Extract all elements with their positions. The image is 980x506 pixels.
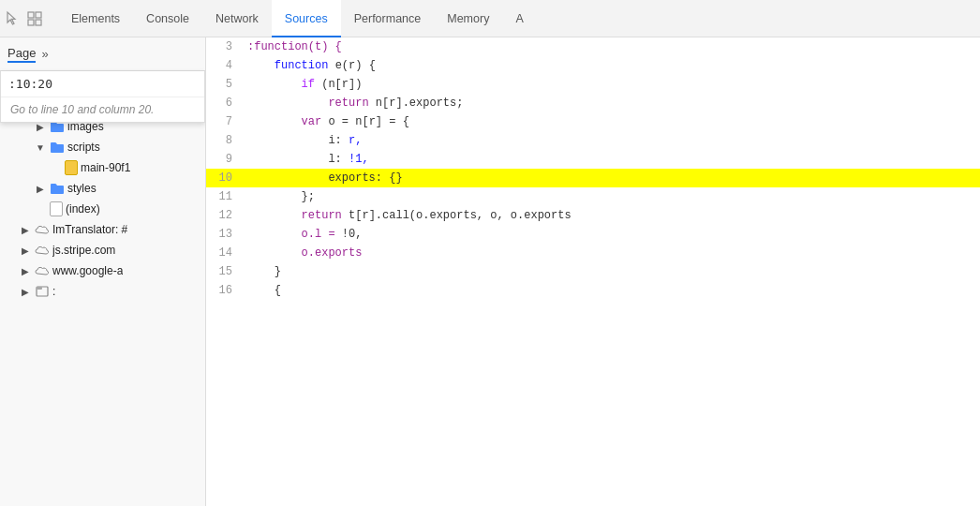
code-editor[interactable]: 3 :function(t) { 4 function e(r) { 5 if … bbox=[206, 37, 980, 506]
code-line-12: 12 return t[r].call(o.exports, o, o.expo… bbox=[206, 206, 980, 225]
arrow-scripts bbox=[34, 141, 47, 154]
line-content-6: return n[r].exports; bbox=[244, 94, 980, 112]
line-num-6: 6 bbox=[206, 94, 244, 112]
code-line-7: 7 var o = n[r] = { bbox=[206, 112, 980, 131]
line-content-7: var o = n[r] = { bbox=[244, 112, 980, 131]
line-num-12: 12 bbox=[206, 206, 244, 225]
line-content-14: o.exports bbox=[244, 244, 980, 262]
code-line-8: 8 i: r, bbox=[206, 131, 980, 150]
code-line-3: 3 :function(t) { bbox=[206, 37, 980, 56]
tab-memory[interactable]: Memory bbox=[434, 0, 502, 37]
devtools-icons bbox=[4, 10, 43, 27]
line-num-4: 4 bbox=[206, 56, 244, 75]
line-content-3: :function(t) { bbox=[244, 37, 980, 56]
more-button[interactable]: » bbox=[41, 47, 48, 61]
line-num-9: 9 bbox=[206, 150, 244, 169]
arrow-styles bbox=[34, 182, 47, 195]
code-line-10: 10 exports: {} bbox=[206, 169, 980, 187]
file-icon-main90f1 bbox=[65, 160, 78, 175]
tab-elements[interactable]: Elements bbox=[58, 0, 133, 37]
tab-console[interactable]: Console bbox=[133, 0, 202, 37]
tree-label-colon: : bbox=[52, 285, 55, 298]
left-panel: Page » Go to line 10 and column 20. top bbox=[0, 37, 206, 506]
main-layout: Page » Go to line 10 and column 20. top bbox=[0, 37, 980, 506]
line-content-11: }; bbox=[244, 187, 980, 206]
tab-sources[interactable]: Sources bbox=[272, 0, 341, 37]
arrow-colon bbox=[19, 285, 32, 298]
tab-more[interactable]: A bbox=[502, 0, 536, 37]
cloud-icon-jsstripe bbox=[35, 243, 50, 258]
line-content-8: i: r, bbox=[244, 131, 980, 150]
cursor-icon[interactable] bbox=[4, 10, 21, 27]
code-line-16: 16 { bbox=[206, 281, 980, 300]
line-num-11: 11 bbox=[206, 187, 244, 206]
tree-item-index[interactable]: (index) bbox=[0, 199, 205, 219]
code-line-4: 4 function e(r) { bbox=[206, 56, 980, 75]
code-line-11: 11 }; bbox=[206, 187, 980, 206]
arrow-imtranslator bbox=[19, 223, 32, 236]
search-overlay: Go to line 10 and column 20. bbox=[0, 71, 205, 123]
code-line-13: 13 o.l = !0, bbox=[206, 225, 980, 244]
line-num-16: 16 bbox=[206, 281, 244, 300]
inspect-icon[interactable] bbox=[26, 10, 43, 27]
code-line-5: 5 if (n[r]) bbox=[206, 75, 980, 94]
tree-label-scripts: scripts bbox=[67, 141, 100, 154]
line-content-10: exports: {} bbox=[244, 169, 980, 187]
tree-label-imtranslator: ImTranslator: # bbox=[52, 223, 127, 236]
line-content-5: if (n[r]) bbox=[244, 75, 980, 94]
code-line-9: 9 l: !1, bbox=[206, 150, 980, 169]
line-content-16: { bbox=[244, 281, 980, 300]
goto-input[interactable] bbox=[8, 77, 197, 91]
tree-item-main90f1[interactable]: main-90f1 bbox=[0, 157, 205, 178]
tree-label-main90f1: main-90f1 bbox=[81, 161, 130, 174]
tree-item-jsstripe[interactable]: js.stripe.com bbox=[0, 240, 205, 260]
svg-rect-1 bbox=[36, 12, 41, 18]
line-num-15: 15 bbox=[206, 262, 244, 281]
tree-item-imtranslator[interactable]: ImTranslator: # bbox=[0, 219, 205, 240]
file-icon-index bbox=[50, 201, 63, 216]
line-content-4: function e(r) { bbox=[244, 56, 980, 75]
line-num-13: 13 bbox=[206, 225, 244, 244]
line-num-7: 7 bbox=[206, 112, 244, 131]
tree-item-colon[interactable]: : bbox=[0, 281, 205, 302]
tree-item-styles[interactable]: styles bbox=[0, 178, 205, 199]
folder-icon-scripts bbox=[50, 140, 65, 155]
tab-performance[interactable]: Performance bbox=[341, 0, 435, 37]
folder-icon-styles bbox=[50, 181, 65, 196]
svg-rect-2 bbox=[28, 20, 34, 25]
line-num-5: 5 bbox=[206, 75, 244, 94]
frame-icon-colon bbox=[35, 284, 50, 299]
tab-network[interactable]: Network bbox=[202, 0, 272, 37]
line-content-12: return t[r].call(o.exports, o, o.exports bbox=[244, 206, 980, 225]
line-content-15: } bbox=[244, 262, 980, 281]
top-tabbar: Elements Console Network Sources Perform… bbox=[0, 0, 980, 37]
line-num-10: 10 bbox=[206, 169, 244, 187]
svg-rect-7 bbox=[37, 287, 42, 290]
line-content-9: l: !1, bbox=[244, 150, 980, 169]
line-content-13: o.l = !0, bbox=[244, 225, 980, 244]
tree-item-googlea[interactable]: www.google-a bbox=[0, 260, 205, 281]
tree-label-index: (index) bbox=[66, 202, 100, 216]
code-line-15: 15 } bbox=[206, 262, 980, 281]
tree-label-googlea: www.google-a bbox=[52, 264, 123, 277]
arrow-jsstripe bbox=[19, 244, 32, 257]
arrow-googlea bbox=[19, 264, 32, 277]
svg-rect-0 bbox=[28, 12, 34, 18]
code-line-14: 14 o.exports bbox=[206, 244, 980, 262]
tree-label-jsstripe: js.stripe.com bbox=[52, 244, 115, 257]
code-line-6: 6 return n[r].exports; bbox=[206, 94, 980, 112]
line-num-3: 3 bbox=[206, 37, 244, 56]
line-num-8: 8 bbox=[206, 131, 244, 150]
tree-item-scripts[interactable]: scripts bbox=[0, 137, 205, 157]
file-tree: top tinyjpg.com images bbox=[0, 71, 205, 506]
tree-label-styles: styles bbox=[67, 182, 97, 195]
search-hint: Go to line 10 and column 20. bbox=[1, 97, 204, 122]
right-panel: 3 :function(t) { 4 function e(r) { 5 if … bbox=[206, 37, 980, 506]
svg-rect-3 bbox=[36, 20, 41, 25]
line-num-14: 14 bbox=[206, 244, 244, 262]
page-bar: Page » Go to line 10 and column 20. bbox=[0, 37, 205, 71]
cloud-icon-googlea bbox=[35, 263, 50, 278]
page-label: Page bbox=[7, 46, 36, 63]
search-input-row bbox=[1, 71, 204, 97]
cloud-icon-imtranslator bbox=[35, 222, 50, 237]
